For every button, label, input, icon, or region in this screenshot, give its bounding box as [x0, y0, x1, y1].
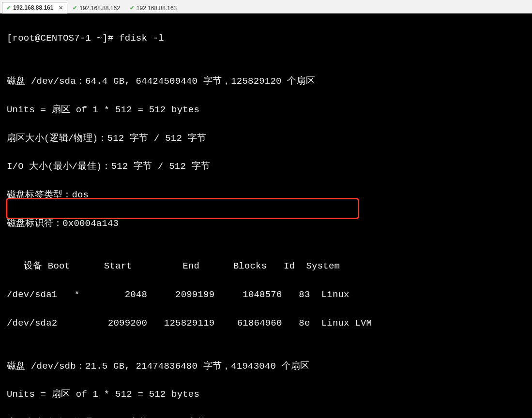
tab-2[interactable]: ✔ 192.168.88.162 — [68, 2, 124, 14]
check-icon: ✔ — [130, 5, 134, 11]
output-line: 磁盘标签类型：dos — [7, 188, 525, 202]
output-line: 扇区大小(逻辑/物理)：512 字节 / 512 字节 — [7, 132, 525, 146]
check-icon: ✔ — [6, 5, 11, 11]
output-line: /dev/sda1 * 2048 2099199 1048576 83 Linu… — [7, 288, 525, 302]
output-line: /dev/sda2 2099200 125829119 61864960 8e … — [7, 316, 525, 330]
output-line: 设备 Boot Start End Blocks Id System — [7, 259, 525, 273]
output-line: 磁盘 /dev/sda：64.4 GB, 64424509440 字节，1258… — [7, 75, 525, 89]
tab-label: 192.168.88.161 — [13, 4, 53, 11]
output-line: 扇区大小(逻辑/物理)：512 字节 / 512 字节 — [7, 416, 525, 418]
close-icon[interactable]: ✕ — [59, 5, 63, 11]
tab-label: 192.168.88.163 — [137, 5, 177, 12]
output-line: Units = 扇区 of 1 * 512 = 512 bytes — [7, 388, 525, 402]
tab-bar: ✔ 192.168.88.161 ✕ ✔ 192.168.88.162 ✔ 19… — [0, 0, 532, 14]
prompt-line: [root@CENTOS7-1 ~]# fdisk -l — [7, 31, 525, 45]
tab-label: 192.168.88.162 — [79, 5, 120, 12]
tab-3[interactable]: ✔ 192.168.88.163 — [125, 2, 181, 14]
terminal-output[interactable]: [root@CENTOS7-1 ~]# fdisk -l 磁盘 /dev/sda… — [0, 14, 532, 418]
output-line: I/O 大小(最小/最佳)：512 字节 / 512 字节 — [7, 160, 525, 174]
output-line: Units = 扇区 of 1 * 512 = 512 bytes — [7, 103, 525, 117]
tab-1[interactable]: ✔ 192.168.88.161 ✕ — [2, 2, 67, 14]
output-line: 磁盘 /dev/sdb：21.5 GB, 21474836480 字节，4194… — [7, 359, 525, 373]
check-icon: ✔ — [73, 5, 77, 11]
output-line: 磁盘标识符：0x0004a143 — [7, 217, 525, 231]
